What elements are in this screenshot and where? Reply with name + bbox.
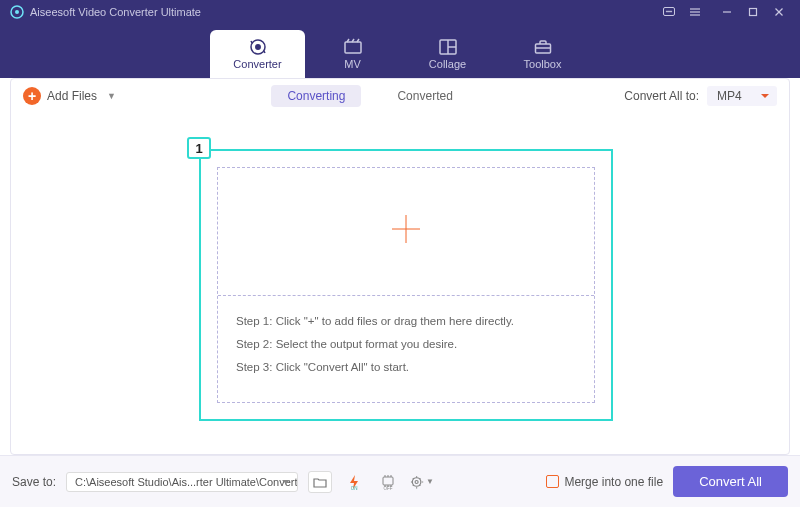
menu-icon[interactable] [684, 1, 706, 23]
content-frame: + Add Files ▼ Converting Converted Conve… [10, 78, 790, 455]
svg-rect-10 [750, 9, 757, 16]
svg-point-14 [255, 45, 259, 49]
tab-converter[interactable]: Converter [210, 30, 305, 78]
feedback-icon[interactable] [658, 1, 680, 23]
hw-accel-off-button[interactable]: OFF [376, 471, 400, 493]
hw-accel-on-button[interactable]: ON [342, 471, 366, 493]
chevron-down-icon: ▼ [107, 91, 116, 101]
tab-label: Collage [429, 58, 466, 70]
big-plus-icon [388, 211, 424, 252]
steps-text: Step 1: Click "+" to add files or drag t… [218, 296, 594, 393]
minimize-icon[interactable] [716, 1, 738, 23]
tab-converting[interactable]: Converting [271, 85, 361, 107]
svg-text:OFF: OFF [384, 486, 393, 490]
svg-rect-24 [383, 477, 393, 485]
save-to-label: Save to: [12, 475, 56, 489]
tab-toolbox[interactable]: Toolbox [495, 30, 590, 78]
merge-checkbox[interactable]: Merge into one file [546, 475, 663, 489]
step-3: Step 3: Click "Convert All" to start. [236, 356, 576, 379]
svg-text:ON: ON [351, 486, 358, 490]
toolbar: + Add Files ▼ Converting Converted Conve… [11, 79, 789, 113]
svg-point-3 [666, 11, 667, 12]
svg-point-33 [415, 480, 418, 483]
converter-icon [248, 38, 268, 56]
settings-button[interactable]: ▼ [410, 471, 434, 493]
tab-converted[interactable]: Converted [381, 85, 468, 107]
mv-icon [343, 38, 363, 56]
tab-collage[interactable]: Collage [400, 30, 495, 78]
tab-label: MV [344, 58, 361, 70]
callout-badge: 1 [187, 137, 211, 159]
close-icon[interactable] [768, 1, 790, 23]
step-1: Step 1: Click "+" to add files or drag t… [236, 310, 576, 333]
tab-mv[interactable]: MV [305, 30, 400, 78]
svg-rect-15 [345, 42, 361, 53]
plus-icon: + [23, 87, 41, 105]
svg-point-4 [668, 11, 669, 12]
tab-label: Toolbox [524, 58, 562, 70]
app-logo-icon [10, 5, 24, 19]
tab-strip: Converter MV Collage Toolbox [0, 24, 800, 78]
bottom-bar: Save to: C:\Aiseesoft Studio\Ais...rter … [0, 455, 800, 507]
convert-all-button[interactable]: Convert All [673, 466, 788, 497]
add-files-label: Add Files [47, 89, 97, 103]
app-title: Aiseesoft Video Converter Ultimate [30, 6, 201, 18]
drop-area[interactable] [218, 168, 594, 296]
drop-zone[interactable]: 1 Step 1: Click "+" to add files or drag… [199, 149, 613, 421]
open-folder-button[interactable] [308, 471, 332, 493]
svg-point-1 [15, 10, 19, 14]
merge-label: Merge into one file [564, 475, 663, 489]
add-files-button[interactable]: + Add Files ▼ [23, 87, 116, 105]
collage-icon [438, 38, 458, 56]
svg-point-5 [670, 11, 671, 12]
titlebar: Aiseesoft Video Converter Ultimate [0, 0, 800, 24]
checkbox-icon [546, 475, 559, 488]
step-2: Step 2: Select the output format you des… [236, 333, 576, 356]
output-format-select[interactable]: MP4 [707, 86, 777, 106]
convert-all-to-label: Convert All to: [624, 89, 699, 103]
maximize-icon[interactable] [742, 1, 764, 23]
toolbox-icon [533, 38, 553, 56]
tab-label: Converter [233, 58, 281, 70]
drop-inner: Step 1: Click "+" to add files or drag t… [217, 167, 595, 403]
save-path-select[interactable]: C:\Aiseesoft Studio\Ais...rter Ultimate\… [66, 472, 298, 492]
